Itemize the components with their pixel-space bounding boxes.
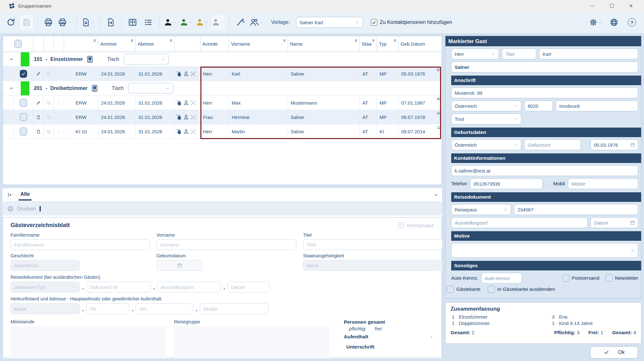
document-icon[interactable]: [36, 114, 41, 120]
import-button[interactable]: [104, 15, 117, 30]
person-outline-icon[interactable]: [183, 129, 189, 134]
filter-icon[interactable]: [92, 39, 97, 43]
guest-gray-button[interactable]: [212, 15, 225, 30]
save-button[interactable]: [20, 15, 33, 30]
filter-icon[interactable]: [371, 39, 376, 43]
document-icon[interactable]: [36, 129, 41, 135]
strasse-field[interactable]: [451, 87, 638, 98]
print-preview-button[interactable]: [58, 15, 72, 30]
filter-icon[interactable]: [354, 39, 358, 43]
header-name[interactable]: Name: [288, 36, 360, 52]
dokument-nr-field[interactable]: [86, 282, 151, 292]
staatsangehoerigkeit-select[interactable]: Keine: [303, 260, 443, 271]
drag-hand-icon[interactable]: [176, 114, 182, 120]
register-button[interactable]: [126, 15, 139, 30]
edit-pencil-icon[interactable]: [36, 100, 41, 106]
header-edit[interactable]: [33, 36, 44, 52]
dokument-typ-select[interactable]: Reisepass: [451, 204, 511, 215]
geburtsland-select[interactable]: Österreich: [451, 139, 521, 150]
datum-field[interactable]: [228, 282, 270, 292]
settings-button[interactable]: [589, 15, 603, 30]
filter-icon[interactable]: [393, 39, 397, 43]
header-icons[interactable]: [175, 36, 200, 52]
ausstellungsdatum-field[interactable]: Datum: [590, 217, 638, 228]
geburtsdatum-field[interactable]: [156, 260, 203, 271]
collapse-group-button[interactable]: [7, 56, 16, 62]
ort-field[interactable]: [136, 303, 193, 314]
header-anreise[interactable]: Anreise: [98, 36, 136, 52]
region-select[interactable]: Tirol: [451, 114, 521, 124]
edit-pencil-icon[interactable]: [36, 71, 41, 77]
header-vorname[interactable]: Vorname: [229, 36, 288, 52]
wizard-button[interactable]: [234, 15, 247, 30]
anrede-select[interactable]: Herr: [451, 48, 499, 59]
guest-titel-field[interactable]: [502, 48, 536, 59]
header-type[interactable]: [64, 36, 98, 52]
geburtsort-field[interactable]: [524, 139, 581, 150]
person-outline-icon[interactable]: [183, 100, 189, 106]
mobil-field[interactable]: [568, 178, 638, 189]
header-abreise[interactable]: Abreise: [136, 36, 175, 52]
email-field[interactable]: [451, 165, 638, 176]
kontakt-checkbox[interactable]: [371, 19, 377, 26]
header-anrede[interactable]: Anrede: [200, 36, 229, 52]
guest-row[interactable]: ERW 24.01.2026 31.01.2026 Herr Max Muste…: [3, 96, 442, 110]
plz-field[interactable]: [524, 100, 553, 111]
header-avatar[interactable]: [54, 36, 64, 52]
room-group-row[interactable]: 101-Einzelzimmer Tisch: [3, 52, 442, 67]
id-scan-icon[interactable]: [190, 71, 196, 77]
guest-row[interactable]: ERW 24.01.2026 31.01.2026 Frau Hermine S…: [3, 110, 442, 124]
help-button[interactable]: ?: [626, 15, 638, 30]
drag-hand-icon[interactable]: [176, 71, 182, 77]
print-button[interactable]: [42, 15, 55, 30]
guest-vorname-field[interactable]: [539, 48, 638, 59]
dokument-nr-field[interactable]: [514, 204, 638, 215]
newsletter-checkbox[interactable]: [605, 275, 612, 282]
minimize-button[interactable]: [588, 2, 597, 10]
export-button[interactable]: [81, 15, 95, 30]
guest-nachname-field[interactable]: [451, 62, 638, 72]
tisch-select[interactable]: [124, 54, 169, 64]
guest-black-button[interactable]: [164, 15, 177, 30]
guest-green-button[interactable]: [180, 15, 193, 30]
drag-hand-icon[interactable]: [176, 100, 182, 106]
titel-field[interactable]: [303, 239, 443, 250]
close-button[interactable]: ×: [626, 2, 636, 10]
filter-icon[interactable]: [130, 39, 134, 43]
geschlecht-select[interactable]: Geschlecht: [11, 260, 80, 271]
vorname-field[interactable]: [156, 239, 296, 250]
header-typ[interactable]: Typ: [377, 36, 399, 52]
land-select[interactable]: Österreich: [451, 100, 521, 111]
room-card-icon[interactable]: [91, 84, 98, 93]
gaestekarte-checkbox[interactable]: [447, 286, 454, 293]
header-staat[interactable]: Staa: [360, 36, 377, 52]
header-screen[interactable]: [44, 36, 54, 52]
person-outline-icon[interactable]: [183, 71, 189, 77]
refresh-button[interactable]: [4, 15, 17, 30]
familienname-field[interactable]: [11, 239, 150, 250]
room-card-icon[interactable]: [86, 55, 94, 64]
dokument-typ-select[interactable]: Dokument-Typ: [11, 282, 80, 292]
ok-button[interactable]: Ok: [590, 346, 638, 358]
auto-kennz-field[interactable]: [481, 273, 522, 284]
geburtsdatum-field[interactable]: 05.03.1976: [590, 139, 638, 150]
chevron-down-icon[interactable]: [433, 192, 439, 198]
filter-icon[interactable]: [282, 39, 287, 43]
header-gebdatum[interactable]: Geb.Datum: [399, 36, 442, 52]
guest-row[interactable]: KI-10 24.01.2026 31.01.2026 Herr Martin …: [3, 124, 442, 139]
tisch-select[interactable]: [128, 83, 173, 93]
id-scan-icon[interactable]: [190, 100, 196, 106]
drag-hand-icon[interactable]: [176, 129, 182, 135]
room-group-row[interactable]: 201-Dreibettzimmer Tisch: [3, 81, 442, 96]
herkunftsland-select[interactable]: Keine: [11, 303, 80, 314]
row-checkbox[interactable]: [20, 128, 27, 136]
row-checkbox[interactable]: [20, 70, 27, 78]
ausstellungsort-field[interactable]: [451, 217, 588, 228]
person-outline-icon[interactable]: [183, 114, 189, 120]
reisegruppe-checkbox[interactable]: [398, 222, 404, 229]
postversand-checkbox[interactable]: [562, 275, 569, 282]
row-checkbox[interactable]: [20, 99, 27, 107]
id-scan-icon[interactable]: [190, 129, 196, 135]
group-button[interactable]: [250, 15, 264, 30]
tab-alle[interactable]: Alle: [18, 189, 32, 201]
